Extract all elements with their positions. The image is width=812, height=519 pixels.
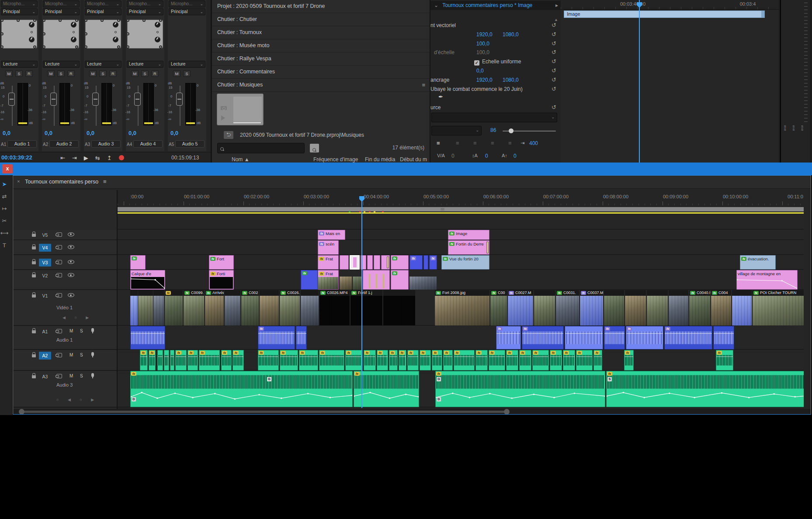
lock-icon[interactable] — [32, 261, 36, 264]
timeline-clip[interactable]: fx — [563, 350, 575, 370]
automation-select[interactable]: Lecture⌄ — [1, 61, 38, 68]
timeline-clip[interactable]: fx — [432, 350, 442, 370]
timeline-clip[interactable]: fx — [140, 350, 148, 370]
timeline-clip[interactable]: fx — [443, 350, 453, 370]
timeline-clip[interactable] — [669, 290, 688, 325]
timeline-clip[interactable] — [647, 290, 668, 325]
volume-value[interactable]: 0,0 — [45, 130, 52, 136]
timeline-clip[interactable]: fx — [519, 350, 531, 370]
timeline-clip[interactable]: fx — [187, 350, 198, 370]
timeline-clip[interactable] — [301, 290, 319, 325]
timeline-clip[interactable]: fxPOI Clocher TOURN — [753, 290, 804, 325]
timeline-clip[interactable]: fx — [221, 350, 232, 370]
effect-controls-header[interactable]: ⌄ Tournoux commentaires perso * Image ▸ — [430, 1, 561, 10]
timeline-clip[interactable]: fxFrat — [318, 255, 339, 270]
project-tab[interactable]: Chutier : Musiques≡ — [212, 79, 430, 92]
timeline-clip[interactable] — [340, 270, 352, 290]
voiceover-mic-icon[interactable] — [91, 328, 94, 332]
column-header[interactable]: Fin du média — [365, 156, 395, 163]
project-tab[interactable]: Chutier : Tournoux — [212, 26, 430, 39]
volume-value[interactable]: 0,0 — [3, 130, 10, 136]
timeline-clip[interactable]: fx — [429, 255, 437, 270]
timeline-clip[interactable] — [164, 350, 169, 370]
timeline-clip[interactable]: fxévacuation. — [740, 255, 776, 270]
timeline-clip[interactable]: fx — [716, 350, 733, 370]
mute-button[interactable]: M — [47, 70, 55, 77]
timeline-clip[interactable] — [363, 270, 390, 290]
solo-button[interactable]: S — [183, 70, 191, 77]
timeline-clip[interactable]: fxC0026.MP4 — [280, 290, 300, 325]
solo-button[interactable]: S — [80, 353, 83, 357]
track-name-V1[interactable]: V1 — [39, 292, 51, 300]
pan-handle[interactable] — [126, 19, 129, 22]
timeline-clip[interactable]: fx — [389, 350, 398, 370]
timeline-clip[interactable]: fx — [496, 326, 521, 349]
keyframe-nav[interactable]: ◀ ○ ▶ — [62, 315, 93, 320]
timeline-clip[interactable] — [350, 255, 360, 270]
pan-control[interactable] — [43, 20, 79, 48]
timeline-ruler[interactable]: :00:0000:01:00:0000:02:00:0000:03:00:000… — [118, 190, 804, 206]
sequence-marker[interactable] — [369, 211, 371, 212]
timeline-clip[interactable]: Calque d'e — [130, 270, 165, 290]
timeline-zoom-scrollbar[interactable] — [14, 409, 811, 415]
timeline-clip[interactable]: fx — [130, 255, 146, 270]
track-name-V3[interactable]: V3 — [39, 259, 51, 266]
play-icon[interactable] — [221, 115, 225, 121]
sequence-marker[interactable] — [374, 211, 375, 212]
mute-button[interactable]: M — [69, 374, 73, 378]
source-patch-icon[interactable] — [56, 293, 62, 298]
kerning-value[interactable]: 0 — [451, 153, 455, 159]
timeline-clip[interactable]: fxFort — [209, 255, 234, 270]
reset-icon[interactable]: ↺ — [552, 103, 556, 112]
toggle-visibility-icon[interactable] — [68, 293, 74, 297]
fader-handle[interactable] — [92, 93, 99, 106]
slip-tool[interactable]: ⟷ — [0, 228, 11, 239]
input-select[interactable]: Micropho...⌄ — [85, 0, 121, 7]
pan-knob[interactable] — [29, 22, 35, 28]
pan-handle[interactable] — [75, 45, 78, 48]
sequence-marker[interactable] — [382, 211, 384, 212]
pan-knob[interactable] — [113, 37, 118, 42]
timeline-clip[interactable]: fx — [364, 350, 376, 370]
project-tab[interactable]: Chutier : Chutier — [212, 13, 430, 26]
pan-handle[interactable] — [84, 19, 87, 22]
timeline-clip[interactable]: fx — [175, 350, 187, 370]
pen-tool-icon[interactable]: ✒ — [438, 93, 443, 100]
source-patch-icon[interactable] — [56, 245, 62, 249]
go-to-out-icon[interactable]: ⇥ — [72, 155, 77, 161]
sequence-marker[interactable] — [349, 211, 350, 212]
reset-icon[interactable]: ↺ — [552, 57, 556, 66]
position-x-value[interactable]: 1920,0 — [476, 30, 493, 39]
timeline-clip[interactable] — [138, 290, 153, 325]
fader-handle[interactable] — [176, 93, 183, 106]
mini-playhead-line[interactable] — [639, 0, 640, 163]
input-select[interactable]: Micropho...⌄ — [43, 0, 80, 7]
pan-handle[interactable] — [84, 45, 87, 48]
track-name-A1[interactable]: A1 — [39, 328, 51, 336]
pan-handle[interactable] — [84, 32, 87, 35]
align-justify-icon[interactable]: ≡ — [491, 140, 494, 146]
pan-knob[interactable] — [71, 37, 76, 42]
pan-handle[interactable] — [0, 19, 3, 22]
volume-value[interactable]: 0,0 — [170, 130, 178, 136]
timeline-clip[interactable]: fxArrivée — [205, 290, 224, 325]
pan-handle[interactable] — [33, 45, 36, 48]
track-name-A3[interactable]: A3 — [39, 373, 51, 381]
pan-control[interactable] — [85, 20, 121, 48]
pan-handle[interactable] — [42, 45, 45, 48]
timeline-clip[interactable] — [409, 270, 437, 290]
sequence-marker[interactable] — [364, 211, 365, 212]
column-header[interactable]: Début du m — [400, 156, 427, 163]
pan-knob[interactable] — [155, 22, 160, 28]
mini-ruler[interactable]: 00:03:40:0000:03:4 — [561, 0, 779, 10]
timeline-clip[interactable]: fxFortif 1.j — [350, 290, 382, 325]
source-patch-icon[interactable] — [56, 374, 62, 378]
work-area-grip[interactable] — [441, 208, 445, 211]
panel-menu-icon[interactable]: ≡ — [103, 178, 107, 185]
pan-handle[interactable] — [59, 19, 62, 22]
timeline-clip[interactable]: fx — [280, 350, 298, 370]
mixer-current-timecode[interactable]: 00:03:39:22 — [1, 154, 32, 161]
baseline-value[interactable]: 0 — [514, 153, 517, 159]
project-tab[interactable]: Chutier : Commentaires — [212, 66, 430, 79]
volume-value[interactable]: 0,0 — [87, 130, 94, 136]
